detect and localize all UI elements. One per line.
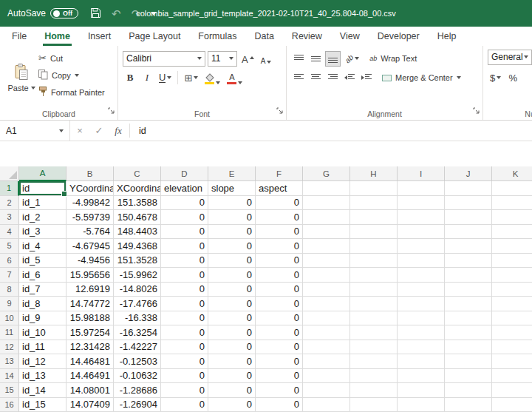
cell-E13[interactable]: 0 [208,354,256,369]
row-header-10[interactable]: 10 [0,311,19,326]
cell-B14[interactable]: 14.46491 [66,369,114,384]
row-header-9[interactable]: 9 [0,297,19,311]
increase-font-button[interactable]: A [239,51,256,67]
cell-K12[interactable] [492,340,532,355]
cell-J1[interactable] [445,181,492,196]
borders-button[interactable]: ⊞ [182,70,200,86]
cell-J2[interactable] [445,196,492,211]
cell-J5[interactable] [445,239,492,254]
column-header-D[interactable]: D [161,166,208,181]
cell-B1[interactable]: YCoordina [66,181,114,196]
cell-H11[interactable] [350,325,398,340]
cell-F13[interactable]: 0 [256,354,303,369]
cell-K10[interactable] [492,311,532,326]
cell-C4[interactable]: 148.4403 [114,225,161,240]
row-header-13[interactable]: 13 [0,354,19,369]
cell-A1[interactable]: id [19,181,66,196]
percent-format-button[interactable]: % [505,70,520,86]
column-header-G[interactable]: G [303,166,350,181]
align-center-button[interactable] [308,70,323,86]
cell-J9[interactable] [445,297,492,311]
cell-F15[interactable]: 0 [256,383,303,398]
cell-J15[interactable] [445,383,492,398]
column-header-H[interactable]: H [350,166,398,181]
underline-button[interactable]: U [157,70,174,86]
cell-A13[interactable]: id_12 [19,354,66,369]
column-header-K[interactable]: K [492,166,532,181]
cell-I11[interactable] [398,325,445,340]
cell-A2[interactable]: id_1 [19,196,66,211]
column-header-C[interactable]: C [114,166,161,181]
cell-D7[interactable]: 0 [161,268,208,283]
cell-I9[interactable] [398,297,445,311]
cell-A4[interactable]: id_3 [19,225,66,240]
insert-function-button[interactable]: fx [109,121,128,141]
cell-K5[interactable] [492,239,532,254]
cell-C13[interactable]: -0.12503 [114,354,161,369]
cell-J12[interactable] [445,340,492,355]
cell-C10[interactable]: -16.338 [114,311,161,326]
cell-B13[interactable]: 14.46481 [66,354,114,369]
row-header-14[interactable]: 14 [0,369,19,384]
cell-A3[interactable]: id_2 [19,210,66,225]
cell-J3[interactable] [445,210,492,225]
cell-G8[interactable] [303,283,350,297]
cell-C5[interactable]: 149.4368 [114,239,161,254]
cell-D6[interactable]: 0 [161,254,208,269]
cell-D4[interactable]: 0 [161,225,208,240]
cell-F12[interactable]: 0 [256,340,303,355]
cell-I8[interactable] [398,283,445,297]
cell-F9[interactable]: 0 [256,297,303,311]
cell-E8[interactable]: 0 [208,283,256,297]
cell-H4[interactable] [350,225,398,240]
tab-view[interactable]: View [331,27,369,46]
cell-B2[interactable]: -4.99842 [66,196,114,211]
cell-K2[interactable] [492,196,532,211]
cell-G3[interactable] [303,210,350,225]
cell-F6[interactable]: 0 [256,254,303,269]
undo-icon[interactable]: ↶ [112,8,121,19]
cell-F2[interactable]: 0 [256,196,303,211]
cell-D1[interactable]: elevation [161,181,208,196]
cell-K11[interactable] [492,325,532,340]
cell-H3[interactable] [350,210,398,225]
decrease-font-button[interactable]: A [259,51,274,67]
cell-K7[interactable] [492,268,532,283]
middle-align-button[interactable] [308,51,323,67]
orientation-button[interactable]: ab [343,51,361,67]
cell-I3[interactable] [398,210,445,225]
cell-K9[interactable] [492,297,532,311]
align-left-button[interactable] [291,70,306,86]
font-color-button[interactable]: A [225,70,245,86]
cell-G1[interactable] [303,181,350,196]
cell-F4[interactable]: 0 [256,225,303,240]
cell-J11[interactable] [445,325,492,340]
row-header-7[interactable]: 7 [0,268,19,283]
cell-I7[interactable] [398,268,445,283]
cell-H14[interactable] [350,369,398,384]
cell-C9[interactable]: -17.4766 [114,297,161,311]
cell-B3[interactable]: -5.59739 [66,210,114,225]
paste-button[interactable]: Paste [4,49,38,107]
cell-B12[interactable]: 12.31428 [66,340,114,355]
font-dialog-launcher[interactable] [276,104,284,118]
cell-F7[interactable]: 0 [256,268,303,283]
cell-H6[interactable] [350,254,398,269]
tab-formulas[interactable]: Formulas [189,27,245,46]
name-box[interactable]: A1 [0,121,70,141]
cell-G12[interactable] [303,340,350,355]
cell-G15[interactable] [303,383,350,398]
column-header-A[interactable]: A [19,166,66,181]
cell-G4[interactable] [303,225,350,240]
tab-home[interactable]: Home [35,27,79,46]
cell-G13[interactable] [303,354,350,369]
column-header-E[interactable]: E [208,166,256,181]
cell-K8[interactable] [492,283,532,297]
cell-G6[interactable] [303,254,350,269]
cell-F14[interactable]: 0 [256,369,303,384]
cell-A9[interactable]: id_8 [19,297,66,311]
column-header-I[interactable]: I [398,166,445,181]
cell-J4[interactable] [445,225,492,240]
increase-indent-button[interactable] [359,70,374,86]
bold-button[interactable]: B [123,70,137,86]
